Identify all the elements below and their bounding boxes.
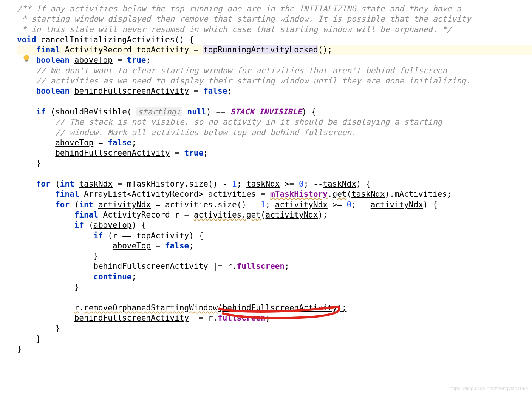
- intention-bulb-icon[interactable]: [4, 44, 11, 52]
- code-line[interactable]: * starting window displayed then remove …: [17, 14, 532, 24]
- code-editor[interactable]: /** If any activities below the top runn…: [17, 4, 532, 354]
- code-line[interactable]: for (int taskNdx = mTaskHistory.size() -…: [17, 179, 532, 189]
- code-line[interactable]: behindFullscreenActivity |= r.fullscreen…: [17, 313, 532, 323]
- code-line[interactable]: }: [17, 344, 532, 354]
- code-line[interactable]: continue;: [17, 272, 532, 282]
- code-line[interactable]: [17, 169, 532, 179]
- code-line[interactable]: // window. Mark all activities below top…: [17, 128, 532, 138]
- code-line[interactable]: aboveTop = false;: [17, 241, 532, 251]
- code-line[interactable]: }: [17, 282, 532, 292]
- code-line[interactable]: }: [17, 251, 532, 261]
- code-line[interactable]: /** If any activities below the top runn…: [17, 4, 532, 14]
- code-line[interactable]: [17, 97, 532, 107]
- code-line[interactable]: // The stack is not visible, so no activ…: [17, 117, 532, 127]
- code-line[interactable]: behindFullscreenActivity |= r.fullscreen…: [17, 261, 532, 272]
- code-line[interactable]: void cancelInitializingActivities() {: [17, 35, 532, 45]
- code-line[interactable]: r.removeOrphanedStartingWindow(behindFul…: [17, 303, 532, 313]
- code-line[interactable]: if (r == topActivity) {: [17, 231, 532, 241]
- code-line[interactable]: * in this state will never resumed in wh…: [17, 25, 532, 35]
- code-line[interactable]: final ActivityRecord r = activities.get(…: [17, 210, 532, 220]
- code-line[interactable]: boolean behindFullscreenActivity = false…: [17, 86, 532, 96]
- code-line[interactable]: // We don't want to clear starting windo…: [17, 66, 532, 76]
- code-line[interactable]: if (shouldBeVisible( starting: null) == …: [17, 107, 532, 117]
- code-line[interactable]: // activities as we need to display thei…: [17, 76, 532, 86]
- editor-gutter: [0, 0, 15, 395]
- code-line[interactable]: behindFullscreenActivity = true;: [17, 148, 532, 158]
- code-line[interactable]: }: [17, 323, 532, 333]
- code-line[interactable]: for (int activityNdx = activities.size()…: [17, 200, 532, 210]
- code-line[interactable]: if (aboveTop) {: [17, 220, 532, 230]
- code-line[interactable]: aboveTop = false;: [17, 138, 532, 148]
- code-line[interactable]: }: [17, 334, 532, 344]
- watermark: https://blog.csdn.net/zhengying1994: [450, 386, 528, 392]
- code-line[interactable]: final ActivityRecord topActivity = topRu…: [17, 45, 532, 55]
- code-line[interactable]: [17, 292, 532, 302]
- code-line[interactable]: final ArrayList<ActivityRecord> activiti…: [17, 189, 532, 199]
- code-line[interactable]: }: [17, 158, 532, 168]
- code-line[interactable]: boolean aboveTop = true;: [17, 55, 532, 65]
